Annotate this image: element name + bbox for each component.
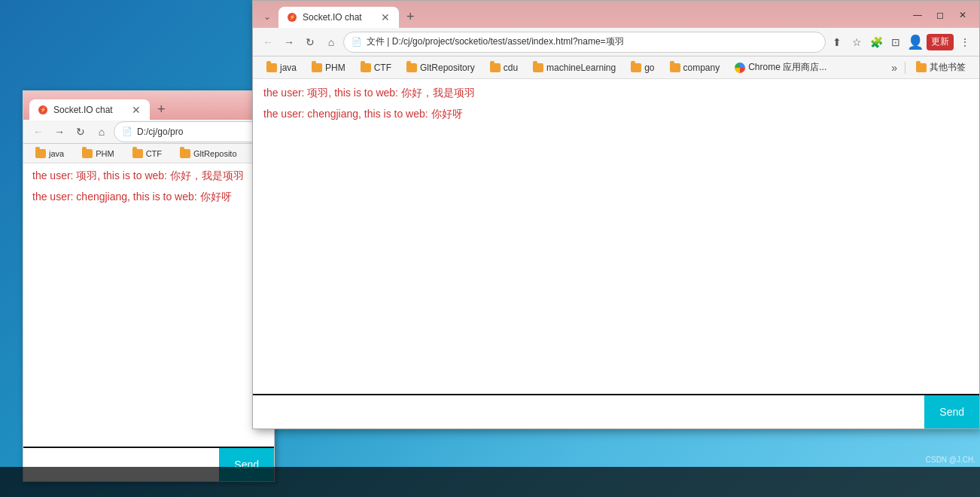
main-bookmark-label-git: GltRepository (420, 63, 475, 73)
main-address-bar: ← → ↻ ⌂ 📄 文件 | D:/cj/go/project/socketio… (253, 28, 979, 56)
main-bookmark-label-chrome: Chrome 应用商店... (748, 61, 826, 74)
main-window-controls: — ◻ ✕ (907, 7, 973, 23)
main-tab-favicon: ⚡ (288, 13, 297, 22)
bg-refresh-btn[interactable]: ↻ (72, 123, 90, 141)
bg-address-input[interactable]: 📄 D:/cj/go/pro (114, 121, 268, 142)
main-bookmarks-other-label: 其他书签 (930, 61, 966, 74)
taskbar (0, 467, 980, 497)
main-home-btn[interactable]: ⌂ (322, 33, 340, 51)
main-bookmark-label-ctf: CTF (374, 63, 391, 73)
bg-bookmark-label-git: GltReposito (193, 149, 236, 158)
main-folder-java (266, 63, 277, 72)
main-bookmark-chrome[interactable]: Chrome 应用商店... (729, 59, 832, 76)
bg-tab-favicon: ⚡ (38, 105, 47, 114)
main-bookmark-label-company: company (683, 63, 720, 73)
main-bookmark-go[interactable]: go (625, 60, 660, 75)
main-content-area: the user: 项羽, this is to web: 你好，我是项羽 th… (253, 79, 979, 394)
main-tab-list-btn[interactable]: ⌄ (259, 8, 275, 25)
main-file-icon: 📄 (352, 37, 362, 47)
main-folder-company (670, 63, 680, 72)
bg-bookmark-label-phm: PHM (96, 149, 114, 158)
close-btn[interactable]: ✕ (952, 7, 973, 23)
desktop: ⚡ Socket.IO chat ✕ + ← → ↻ ⌂ 📄 D:/cj/go/… (0, 0, 980, 497)
main-forward-btn[interactable]: → (280, 33, 298, 51)
bg-folder-icon-phm (82, 149, 93, 158)
main-tab-active[interactable]: ⚡ Socket.IO chat ✕ (278, 7, 399, 28)
main-message-1: the user: chengjiang, this is to web: 你好… (263, 108, 969, 121)
main-share-btn[interactable]: ⬆ (829, 34, 845, 50)
main-folder-other (916, 63, 927, 72)
main-tab-close[interactable]: ✕ (381, 12, 390, 23)
main-star-btn[interactable]: ☆ (848, 34, 865, 50)
main-chat-input[interactable] (253, 395, 924, 428)
main-folder-git (406, 63, 417, 72)
bg-message-0: the user: 项羽, this is to web: 你好，我是项羽 (32, 169, 265, 183)
bg-message-1: the user: chengjiang, this is to web: 你好… (32, 191, 265, 204)
bg-tab-add[interactable]: + (153, 100, 170, 119)
main-address-actions: ⬆ ☆ 🧩 ⊡ 👤 更新 ⋮ (829, 34, 973, 50)
browser-window-main: ⌄ ⚡ Socket.IO chat ✕ + — ◻ ✕ ← → ↻ ⌂ 📄 文… (252, 0, 980, 429)
main-back-btn[interactable]: ← (259, 33, 277, 51)
main-update-btn[interactable]: 更新 (927, 34, 954, 50)
main-split-btn[interactable]: ⊡ (887, 34, 904, 50)
main-folder-phm (312, 63, 322, 72)
main-bookmark-ml[interactable]: machineLearning (527, 60, 622, 75)
main-extension-btn[interactable]: 🧩 (868, 34, 884, 50)
main-bookmark-label-phm: PHM (325, 63, 345, 73)
watermark: CSDN @J.CH. (926, 456, 975, 464)
bg-bookmarks-bar: java PHM CTF GltReposito (23, 144, 274, 163)
bg-folder-icon-java (35, 149, 46, 158)
main-menu-btn[interactable]: ⋮ (957, 34, 973, 50)
bg-bookmark-phm[interactable]: PHM (76, 147, 120, 160)
main-folder-ctf (361, 63, 371, 72)
bg-content-area: the user: 项羽, this is to web: 你好，我是项羽 th… (23, 163, 274, 447)
main-bookmark-ctf[interactable]: CTF (355, 60, 397, 75)
main-tab-title: Socket.IO chat (303, 12, 375, 23)
bg-bookmark-label-java: java (49, 149, 64, 158)
main-address-input-wrap[interactable]: 📄 文件 | D:/cj/go/project/socketio/test/as… (343, 32, 826, 53)
bg-address-file-icon: 📄 (122, 127, 132, 136)
main-footer: Send (253, 394, 979, 428)
main-profile-btn[interactable]: 👤 (907, 34, 924, 50)
bg-forward-btn[interactable]: → (50, 123, 68, 141)
main-chrome-icon (735, 63, 745, 73)
main-bookmark-cdu[interactable]: cdu (484, 60, 524, 75)
browser-window-bg: ⚡ Socket.IO chat ✕ + ← → ↻ ⌂ 📄 D:/cj/go/… (23, 90, 275, 482)
main-bookmark-label-java: java (280, 63, 297, 73)
bg-address-text: D:/cj/go/pro (137, 127, 260, 137)
main-tab-add[interactable]: + (402, 8, 419, 26)
restore-btn[interactable]: ◻ (930, 7, 951, 23)
main-tab-bar: ⌄ ⚡ Socket.IO chat ✕ + — ◻ ✕ (253, 1, 979, 28)
bg-tab-close[interactable]: ✕ (132, 105, 141, 115)
bg-bookmark-ctf[interactable]: CTF (126, 147, 168, 160)
bg-tab-active[interactable]: ⚡ Socket.IO chat ✕ (29, 99, 150, 120)
bg-home-btn[interactable]: ⌂ (93, 123, 111, 141)
main-folder-ml (533, 63, 543, 72)
main-bookmarks-divider (905, 62, 905, 74)
bg-folder-icon-git (180, 149, 190, 158)
main-bookmark-phm[interactable]: PHM (306, 60, 352, 75)
main-bookmark-label-go: go (644, 63, 654, 73)
main-folder-go (631, 63, 641, 72)
bg-bookmark-git[interactable]: GltReposito (174, 147, 242, 160)
bg-back-btn[interactable]: ← (29, 123, 47, 141)
main-bookmark-company[interactable]: company (664, 60, 726, 75)
bg-folder-icon-ctf (132, 149, 143, 158)
bg-bookmark-java[interactable]: java (29, 147, 70, 160)
main-refresh-btn[interactable]: ↻ (301, 33, 319, 51)
main-bookmark-label-ml: machineLearning (546, 63, 616, 73)
main-send-button[interactable]: Send (924, 395, 979, 428)
main-folder-cdu (490, 63, 501, 72)
main-bookmarks-bar: java PHM CTF GltRepository cdu machineLe… (253, 56, 979, 79)
bg-tab-title: Socket.IO chat (53, 105, 126, 115)
main-bookmark-git[interactable]: GltRepository (400, 60, 481, 75)
main-bookmarks-more[interactable]: » (888, 62, 900, 74)
minimize-btn[interactable]: — (907, 7, 928, 23)
bg-bookmark-label-ctf: CTF (146, 149, 162, 158)
main-message-0: the user: 项羽, this is to web: 你好，我是项羽 (263, 87, 969, 100)
main-bookmarks-other[interactable]: 其他书签 (910, 59, 972, 76)
main-bookmark-label-cdu: cdu (504, 63, 518, 73)
main-address-text: 文件 | D:/cj/go/project/socketio/test/asse… (367, 35, 817, 48)
main-bookmark-java[interactable]: java (260, 60, 303, 75)
bg-chrome-titlebar: ⚡ Socket.IO chat ✕ + (23, 91, 274, 120)
